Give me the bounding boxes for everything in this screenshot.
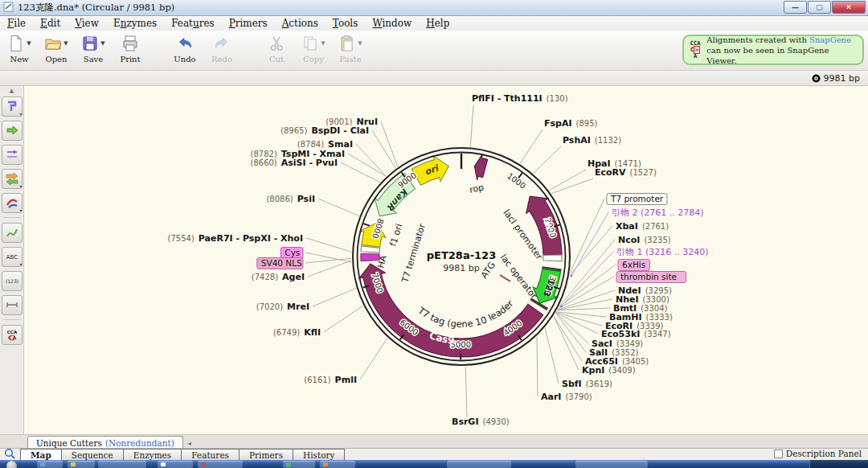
- maximize-button[interactable]: ▢: [808, 1, 831, 14]
- menu-file[interactable]: File: [0, 17, 33, 30]
- primer-label[interactable]: 引物 1 (3216 .. 3240): [616, 247, 709, 257]
- enzyme-label[interactable]: PflFI - Tth111I(130): [472, 93, 568, 104]
- paste-button: ▼Paste: [333, 33, 368, 64]
- translations-tool[interactable]: ▾: [2, 169, 23, 189]
- enzyme-label[interactable]: (7428)AgeI: [252, 272, 305, 282]
- taskbar-app-8[interactable]: [575, 461, 648, 468]
- dropdown-arrow-icon[interactable]: ▼: [321, 40, 325, 47]
- dropdown-arrow-icon[interactable]: ▾: [19, 183, 22, 189]
- ruler-tool[interactable]: [2, 295, 23, 315]
- snapgene-link[interactable]: SnapGene: [809, 35, 851, 44]
- plasmid-map[interactable]: 100020003000400050006000700080009000oriK…: [24, 86, 868, 434]
- map-canvas: 100020003000400050006000700080009000oriK…: [24, 86, 868, 434]
- dropdown-arrow-icon[interactable]: ▾: [19, 111, 22, 117]
- description-panel-toggle[interactable]: Description Panel: [774, 449, 862, 458]
- enzyme-label[interactable]: (6161)PmlI: [304, 375, 357, 385]
- open-button[interactable]: ▼Open: [39, 33, 74, 64]
- new-button[interactable]: ▼New: [2, 33, 37, 64]
- enzyme-label[interactable]: BsrGI(4930): [452, 417, 510, 427]
- feature-tag-label[interactable]: 6xHis: [622, 260, 645, 269]
- dropdown-arrow-icon[interactable]: ▾: [19, 261, 22, 267]
- enzyme-label[interactable]: (8965)BspDI - ClaI: [280, 125, 369, 136]
- taskbar-app-7[interactable]: [447, 461, 511, 468]
- start-orb[interactable]: [6, 461, 17, 468]
- orfs-tool[interactable]: ▾: [2, 193, 23, 213]
- primers-tool[interactable]: [2, 145, 23, 165]
- menu-help[interactable]: Help: [419, 17, 457, 30]
- minimize-button[interactable]: —: [784, 1, 807, 14]
- enzyme-label[interactable]: FspAI(895): [544, 118, 598, 129]
- undo-button[interactable]: Undo: [167, 33, 203, 64]
- tab-history[interactable]: History: [293, 449, 345, 461]
- taskbar-app-icon: [40, 462, 45, 466]
- dropdown-arrow-icon[interactable]: ▼: [358, 40, 362, 47]
- tab-enzymes[interactable]: Enzymes: [124, 449, 182, 461]
- atg-tick: [500, 275, 510, 281]
- enzyme-label[interactable]: KpnI(3409): [582, 365, 636, 376]
- side-toolbar: ▲ ▾▾▾ABC▾(123)CCAC A: [0, 86, 24, 434]
- alignment-tool[interactable]: CCAC A: [2, 325, 23, 345]
- svg-text:C A: C A: [7, 335, 16, 340]
- svg-text:CCA: CCA: [6, 330, 17, 335]
- features-tool[interactable]: [2, 121, 23, 141]
- tab-features[interactable]: Features: [182, 449, 240, 461]
- cut-button: Cut: [259, 33, 294, 64]
- taskbar-app-icon: [323, 462, 328, 466]
- enzyme-label[interactable]: (8660)AsiSI - PvuI: [251, 158, 338, 168]
- print-button[interactable]: Print: [113, 33, 148, 64]
- feature-tag-label[interactable]: Cys: [285, 248, 300, 257]
- menu-actions[interactable]: Actions: [275, 17, 326, 30]
- dropdown-arrow-icon[interactable]: ▾: [19, 207, 22, 213]
- dropdown-arrow-icon[interactable]: ▼: [27, 40, 31, 47]
- menu-edit[interactable]: Edit: [33, 17, 68, 30]
- menu-view[interactable]: View: [68, 17, 106, 30]
- enzyme-label[interactable]: (7020)MreI: [256, 302, 309, 312]
- description-panel-checkbox[interactable]: [774, 450, 783, 458]
- tab-primers[interactable]: Primers: [240, 449, 293, 461]
- collapse-arrow-icon[interactable]: ◂: [188, 440, 191, 447]
- sequence-length: 9981 bp: [824, 73, 860, 84]
- feature-tag-label[interactable]: thrombin site: [620, 272, 677, 281]
- enzymes-tool[interactable]: ▾: [2, 96, 23, 117]
- menu-enzymes[interactable]: Enzymes: [106, 17, 164, 30]
- map-label-f1-ori: f1 ori: [387, 223, 404, 248]
- dropdown-arrow-icon[interactable]: ▼: [100, 40, 104, 47]
- enzyme-label[interactable]: (7554)PaeR7I - PspXI - XhoI: [168, 233, 303, 244]
- close-button[interactable]: ✕: [832, 1, 866, 14]
- scroll-up-icon[interactable]: ▲: [10, 88, 14, 94]
- tab-sequence[interactable]: Sequence: [62, 449, 124, 461]
- enzyme-label[interactable]: (6749)KflI: [273, 327, 321, 338]
- feature-lacI-promoter[interactable]: [543, 255, 562, 261]
- menu-window[interactable]: Window: [365, 17, 419, 30]
- save-button[interactable]: ▼Save: [76, 33, 111, 64]
- tab-map[interactable]: Map: [20, 449, 62, 461]
- feature-rop[interactable]: [474, 154, 487, 180]
- enzyme-label[interactable]: EcoRV(1527): [595, 167, 657, 178]
- enzyme-label[interactable]: NcoI(3235): [618, 235, 671, 245]
- view-tab-strip: MapSequenceEnzymesFeaturesPrimersHistory: [0, 448, 868, 461]
- enzyme-label[interactable]: SbfI(3619): [562, 379, 612, 389]
- unique-cutters-tab[interactable]: Unique Cutters (Nonredundant): [27, 436, 183, 449]
- copy-button: ▼Copy: [296, 33, 331, 64]
- enzyme-label[interactable]: PshAI(1132): [563, 135, 621, 146]
- enzyme-label[interactable]: AarI(3790): [541, 392, 592, 402]
- feature-tag-label[interactable]: T7 promoter: [610, 194, 664, 203]
- feature-tag-label[interactable]: SV40 NLS: [261, 258, 302, 268]
- primer-mark[interactable]: [561, 306, 562, 307]
- alignment-notification-icon: CCA C–A: [689, 40, 702, 60]
- labels-tool[interactable]: ABC▾: [2, 247, 23, 267]
- dropdown-arrow-icon[interactable]: ▼: [63, 40, 68, 47]
- window-title: 123克隆.dna* (Circular / 9981 bp): [18, 2, 174, 14]
- windows-taskbar[interactable]: [0, 460, 868, 468]
- taskbar-app-2[interactable]: [98, 461, 146, 468]
- snapgene-notification: CCA C–A Alignments created with SnapGene…: [682, 35, 864, 65]
- primer-label[interactable]: 引物 2 (2761 .. 2784): [612, 207, 704, 218]
- menu-primers[interactable]: Primers: [222, 17, 275, 30]
- numbering-tool[interactable]: (123): [2, 271, 23, 291]
- sequence-squiggle-tool[interactable]: [2, 223, 23, 243]
- menu-tools[interactable]: Tools: [326, 17, 366, 30]
- enzyme-label[interactable]: XbaI(2761): [616, 221, 669, 232]
- system-tray[interactable]: [809, 460, 868, 468]
- menu-features[interactable]: Features: [164, 17, 221, 30]
- enzyme-label[interactable]: (8086)PsiI: [266, 194, 315, 204]
